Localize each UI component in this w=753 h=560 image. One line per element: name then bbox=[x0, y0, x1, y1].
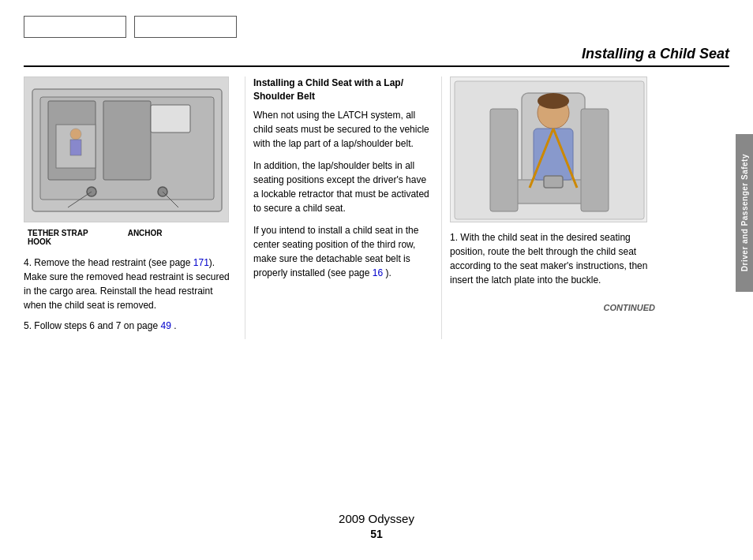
para3-link[interactable]: 16 bbox=[373, 267, 383, 278]
step4-link[interactable]: 171 bbox=[193, 257, 209, 268]
page-container: Installing a Child Seat bbox=[0, 0, 753, 560]
continued-label: CONTINUED bbox=[450, 303, 655, 312]
middle-column: Installing a Child Seat with a Lap/ Shou… bbox=[245, 77, 442, 339]
hook-label-text: TETHER STRAPHOOK bbox=[28, 229, 88, 246]
labels-row: TETHER STRAPHOOK ANCHOR bbox=[24, 229, 237, 246]
svg-point-18 bbox=[538, 93, 569, 109]
tab-2[interactable] bbox=[134, 16, 237, 38]
tab-1[interactable] bbox=[24, 16, 126, 38]
trunk-illustration bbox=[24, 77, 229, 222]
middle-para1: When not using the LATCH system, all chi… bbox=[253, 108, 433, 151]
seat-svg bbox=[451, 77, 647, 222]
section-title: Installing a Child Seat with a Lap/ Shou… bbox=[253, 77, 433, 103]
step1-text: 1. With the child seat in the desired se… bbox=[450, 230, 655, 287]
side-tab-text: Driver and Passenger Safety bbox=[740, 154, 750, 271]
page-number: 51 bbox=[0, 528, 753, 540]
right-illustration bbox=[450, 77, 647, 222]
top-tabs bbox=[24, 16, 729, 38]
main-content: TETHER STRAPHOOK ANCHOR 4. Remove the he… bbox=[24, 77, 729, 339]
svg-point-9 bbox=[70, 129, 81, 140]
svg-rect-10 bbox=[70, 140, 81, 155]
middle-para3: If you intend to install a child seat in… bbox=[253, 223, 433, 280]
middle-para2: In addition, the lap/shoulder belts in a… bbox=[253, 159, 433, 215]
side-tab: Driver and Passenger Safety bbox=[736, 134, 753, 292]
step5-link[interactable]: 49 bbox=[160, 320, 170, 331]
svg-rect-4 bbox=[103, 101, 151, 180]
svg-rect-24 bbox=[581, 109, 609, 211]
trunk-svg bbox=[24, 77, 229, 222]
svg-rect-22 bbox=[544, 176, 563, 188]
hook-label: TETHER STRAPHOOK bbox=[28, 229, 128, 246]
footer-model: 2009 Odyssey bbox=[0, 512, 753, 525]
right-column: 1. With the child seat in the desired se… bbox=[442, 77, 655, 339]
page-header: Installing a Child Seat bbox=[24, 46, 729, 67]
page-footer: 2009 Odyssey 51 bbox=[0, 512, 753, 540]
svg-rect-7 bbox=[151, 105, 190, 133]
svg-rect-19 bbox=[534, 129, 573, 180]
svg-rect-23 bbox=[490, 109, 518, 211]
page-title: Installing a Child Seat bbox=[582, 46, 729, 62]
step4-text: 4. Remove the head restraint (see page 1… bbox=[24, 256, 237, 312]
left-column: TETHER STRAPHOOK ANCHOR 4. Remove the he… bbox=[24, 77, 245, 339]
step5-text: 5. Follow steps 6 and 7 on page 49 . bbox=[24, 319, 237, 333]
anchor-label-text: ANCHOR bbox=[128, 229, 163, 246]
